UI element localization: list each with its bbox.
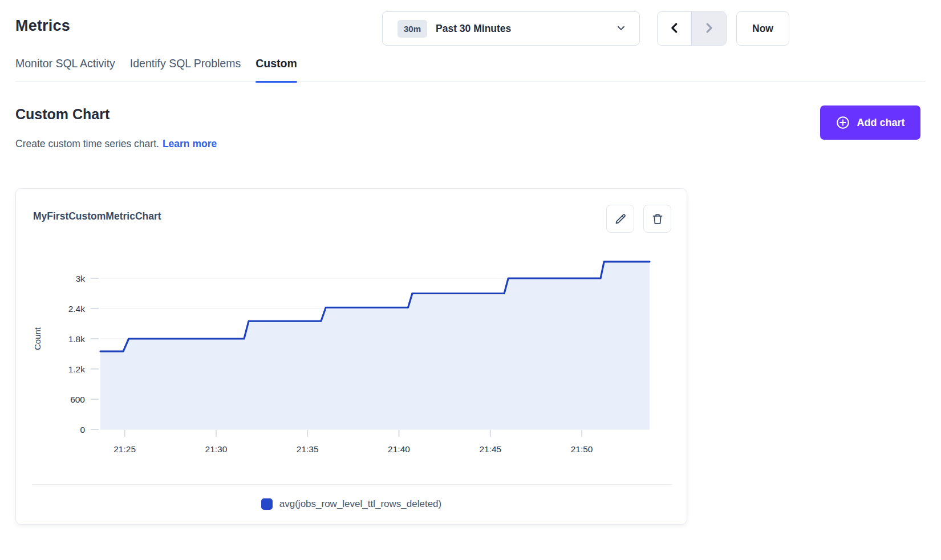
subtitle-text: Create custom time series chart.: [15, 138, 159, 149]
add-chart-label: Add chart: [857, 117, 905, 129]
y-tick-label: 1.8k: [68, 334, 86, 344]
page-title: Metrics: [15, 17, 70, 35]
time-range-badge: 30m: [398, 20, 427, 38]
section-title: Custom Chart: [15, 106, 109, 123]
now-button[interactable]: Now: [736, 11, 789, 46]
tab-custom[interactable]: Custom: [255, 57, 297, 82]
x-tick-label: 21:50: [571, 444, 593, 454]
legend-label: avg(jobs_row_level_ttl_rows_deleted): [279, 498, 441, 510]
add-chart-button[interactable]: Add chart: [820, 105, 920, 140]
chevron-right-icon: [703, 22, 715, 36]
tab-monitor-sql-activity[interactable]: Monitor SQL Activity: [15, 57, 115, 82]
legend-divider: [32, 484, 672, 485]
metrics-page: Metrics 30m Past 30 Minutes Now Monitor …: [0, 0, 941, 560]
y-tick-label: 2.4k: [68, 304, 86, 314]
edit-chart-button[interactable]: [606, 205, 634, 233]
chart-card: MyFirstCustomMetricChart 06001.2k1.8k2.4…: [15, 188, 687, 525]
delete-chart-button[interactable]: [643, 205, 671, 233]
y-tick-label: 3k: [76, 274, 86, 283]
tab-identify-sql-problems[interactable]: Identify SQL Problems: [130, 57, 241, 82]
section-subtitle: Create custom time series chart.Learn mo…: [15, 138, 217, 150]
series-area: [100, 262, 650, 429]
learn-more-link[interactable]: Learn more: [163, 138, 217, 149]
trash-icon: [651, 212, 664, 226]
chart-title: MyFirstCustomMetricChart: [33, 210, 161, 222]
x-tick-label: 21:40: [388, 444, 410, 454]
x-tick-label: 21:35: [297, 444, 319, 454]
tab-bar: Monitor SQL Activity Identify SQL Proble…: [15, 57, 926, 82]
chart-legend: avg(jobs_row_level_ttl_rows_deleted): [16, 498, 687, 510]
time-series-chart: 06001.2k1.8k2.4k3k21:2521:3021:3521:4021…: [16, 234, 688, 462]
next-time-button[interactable]: [692, 12, 726, 45]
chevron-down-icon: [615, 22, 627, 35]
y-tick-label: 600: [70, 395, 85, 404]
y-tick-label: 1.2k: [68, 364, 86, 374]
y-tick-label: 0: [80, 425, 85, 435]
x-tick-label: 21:45: [479, 444, 501, 454]
time-range-label: Past 30 Minutes: [436, 23, 511, 35]
legend-swatch: [261, 498, 273, 510]
x-tick-label: 21:30: [205, 444, 228, 454]
x-tick-label: 21:25: [113, 444, 136, 454]
chevron-left-icon: [668, 22, 681, 36]
time-range-dropdown[interactable]: 30m Past 30 Minutes: [382, 11, 640, 46]
time-window-arrows: [657, 11, 727, 46]
pencil-icon: [614, 212, 627, 226]
plus-circle-icon: [835, 115, 850, 130]
y-axis-label: Count: [33, 327, 42, 350]
previous-time-button[interactable]: [658, 12, 692, 45]
